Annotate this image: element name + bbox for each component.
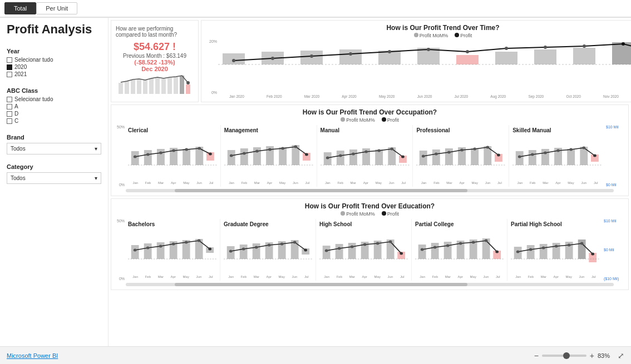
education-title: How is Our Profit Trend Over Education? — [115, 202, 625, 210]
occupation-management: Management — [222, 125, 317, 187]
svg-point-97 — [497, 154, 500, 157]
svg-rect-84 — [432, 149, 440, 165]
abc-d-checkbox[interactable] — [7, 111, 12, 117]
abc-a[interactable]: A — [7, 103, 101, 109]
svg-point-95 — [474, 148, 477, 151]
skilled-manual-svg — [512, 134, 603, 179]
powerbi-link[interactable]: Microsoft Power BI — [7, 352, 58, 359]
svg-point-52 — [209, 153, 212, 156]
edu-partial-college: Partial College — [413, 219, 507, 281]
svg-point-112 — [593, 154, 597, 157]
svg-rect-70 — [349, 149, 357, 165]
svg-rect-16 — [339, 49, 362, 64]
partial-college-title: Partial College — [415, 221, 505, 227]
category-dropdown[interactable]: Todos ▾ — [7, 172, 101, 184]
abc-d[interactable]: D — [7, 111, 101, 117]
svg-point-34 — [544, 46, 547, 49]
svg-rect-175 — [540, 244, 548, 259]
svg-point-61 — [230, 154, 233, 157]
occupation-scrollbar[interactable] — [126, 189, 614, 192]
tab-per-unit[interactable]: Per Unit — [36, 2, 77, 14]
bottom-bar: Microsoft Power BI − + 83% ⤢ — [0, 346, 631, 364]
abc-c[interactable]: C — [7, 118, 101, 124]
time-chart-body: 20% 0% — [205, 39, 631, 94]
svg-point-142 — [304, 249, 307, 252]
svg-point-186 — [580, 242, 584, 245]
svg-point-32 — [466, 50, 469, 53]
svg-point-93 — [447, 151, 451, 154]
year-select-all-checkbox[interactable] — [7, 57, 12, 63]
year-2021[interactable]: 2021 — [7, 71, 101, 77]
abc-select-all-checkbox[interactable] — [7, 97, 12, 102]
year-2020-checkbox[interactable] — [7, 64, 12, 70]
abc-a-checkbox[interactable] — [7, 104, 12, 109]
profit-legend: Profit — [455, 33, 472, 38]
education-scrollbar[interactable] — [126, 283, 614, 286]
svg-point-152 — [338, 247, 341, 250]
svg-point-109 — [556, 149, 560, 152]
high-school-x-labels: JanFebMar AprMayJunJul — [319, 275, 409, 278]
svg-rect-145 — [348, 243, 356, 259]
svg-rect-6 — [155, 77, 160, 94]
fullscreen-button[interactable]: ⤢ — [618, 351, 624, 360]
abc-c-label: C — [14, 118, 18, 124]
svg-point-126 — [198, 240, 201, 242]
professional-title: Professional — [416, 127, 506, 133]
zoom-out-button[interactable]: − — [534, 351, 539, 360]
occupation-scrollbar-thumb[interactable] — [175, 189, 467, 192]
tab-total[interactable]: Total — [4, 2, 36, 14]
top-section: How are we performing compared to last m… — [111, 20, 629, 102]
svg-point-183 — [542, 247, 545, 250]
time-chart: How is Our Profit Trend Over Time? Profi… — [201, 20, 631, 102]
category-filter: Category Todos ▾ — [7, 163, 101, 184]
svg-rect-174 — [527, 245, 535, 259]
zoom-controls: − + 83% ⤢ — [534, 351, 624, 360]
zoom-slider[interactable] — [542, 355, 586, 357]
bachelors-title: Bachelors — [128, 221, 218, 227]
svg-rect-4 — [143, 80, 147, 94]
main-container: Total Per Unit Profit Analysis Year Sele… — [0, 0, 631, 364]
svg-point-123 — [159, 245, 162, 248]
svg-point-30 — [388, 50, 391, 53]
education-small-charts: Bachelors — [126, 219, 603, 281]
svg-point-170 — [472, 241, 475, 244]
occupation-skilled-manual: Skilled Manual — [510, 125, 605, 187]
svg-point-151 — [325, 250, 328, 252]
sidebar: Profit Analysis Year Selecionar tudo 202… — [0, 18, 109, 346]
svg-point-29 — [349, 52, 352, 56]
svg-rect-9 — [174, 77, 178, 94]
occupation-manual: Manual — [318, 125, 413, 187]
left-axis: 20% 0% — [205, 39, 218, 94]
svg-rect-57 — [279, 147, 287, 165]
graduate-title: Graduate Degree — [224, 221, 313, 227]
edu-high-school: High School — [317, 219, 412, 281]
svg-point-171 — [485, 240, 488, 242]
svg-rect-8 — [167, 78, 172, 94]
brand-dropdown[interactable]: Todos ▾ — [7, 143, 101, 154]
year-2020[interactable]: 2020 — [7, 64, 101, 70]
svg-rect-2 — [131, 80, 135, 94]
abc-select-all[interactable]: Selecionar tudo — [7, 96, 101, 102]
svg-point-108 — [544, 152, 547, 154]
svg-rect-0 — [119, 83, 123, 94]
zoom-in-button[interactable]: + — [590, 351, 594, 360]
abc-a-label: A — [14, 103, 18, 109]
high-school-title: High School — [319, 221, 409, 227]
high-school-svg — [319, 228, 409, 273]
year-2021-checkbox[interactable] — [7, 72, 12, 77]
svg-rect-7 — [161, 79, 166, 94]
clerical-title: Clerical — [128, 127, 218, 133]
svg-point-138 — [255, 246, 258, 249]
clerical-chart-svg — [128, 134, 218, 179]
education-scrollbar-thumb[interactable] — [175, 283, 467, 286]
brand-value: Todos — [11, 146, 26, 152]
svg-point-169 — [459, 242, 462, 245]
graduate-x-labels: JanFebMar AprMayJunJul — [224, 275, 313, 278]
svg-point-65 — [281, 147, 284, 150]
svg-rect-3 — [137, 79, 141, 94]
zoom-thumb[interactable] — [563, 352, 570, 359]
abc-c-checkbox[interactable] — [7, 118, 12, 124]
edu-partial-high-school: Partial High School — [509, 219, 603, 281]
year-select-all[interactable]: Selecionar tudo — [7, 57, 101, 63]
occ-right-axis: $10 Mil $0 Mil — [605, 125, 625, 187]
